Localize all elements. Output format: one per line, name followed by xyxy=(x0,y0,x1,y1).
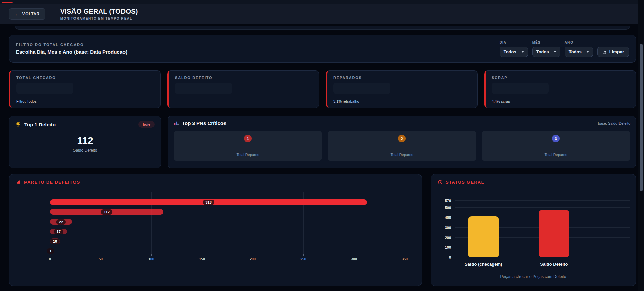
month-filter-group: MÊS Todos xyxy=(532,41,560,57)
chevron-down-icon xyxy=(521,51,524,53)
pareto-bar-row: 1 xyxy=(50,248,405,254)
pareto-tick-mark xyxy=(202,254,202,256)
chevron-down-icon xyxy=(586,51,589,53)
pareto-value-label: 22 xyxy=(56,219,66,225)
loading-progress-bar xyxy=(2,2,13,3)
kpi-card-scrap: SCRAP 4.4% scrap xyxy=(484,70,636,108)
pareto-tick-mark xyxy=(303,254,304,256)
status-title: STATUS GERAL xyxy=(446,180,484,185)
today-badge: hoje xyxy=(138,121,155,128)
back-button[interactable]: ← VOLTAR xyxy=(9,8,45,20)
pareto-bar-row: 313 xyxy=(50,199,405,205)
pareto-tick-mark xyxy=(50,254,50,256)
pareto-title: PARETO DE DEFEITOS xyxy=(24,180,80,185)
top3-title-wrap: Top 3 PNs Críticos xyxy=(174,120,226,126)
top3-base-note: base: Saldo Defeito xyxy=(598,121,630,125)
pareto-chart-card: PARETO DE DEFEITOS 050100150200250300350… xyxy=(9,174,422,286)
pareto-bar-row: 17 xyxy=(50,229,405,234)
month-select[interactable]: Todos xyxy=(532,47,560,57)
kpi-value-skeleton xyxy=(16,83,73,94)
status-title-wrap: STATUS GERAL xyxy=(438,180,629,185)
back-button-label: VOLTAR xyxy=(22,12,40,16)
top1-value-label: Saldo Defeito xyxy=(15,148,155,153)
pareto-tick-mark xyxy=(354,254,354,256)
pareto-value-label: 17 xyxy=(54,229,63,234)
day-select-value: Todos xyxy=(504,49,516,54)
filter-card: FILTRO DO TOTAL CHECADO Escolha Dia, Mes… xyxy=(9,35,636,63)
pareto-gridline xyxy=(405,192,405,254)
clock-gauge-icon xyxy=(438,180,443,185)
kpi-footnote: Filtro: Todos xyxy=(16,99,154,104)
rank-badge: 3 xyxy=(552,135,560,142)
pareto-tick-label: 250 xyxy=(300,257,306,261)
pareto-bar-row: 22 xyxy=(50,219,405,225)
header-divider xyxy=(53,8,53,20)
pareto-bar-row: 10 xyxy=(50,238,405,244)
top1-value: 112 xyxy=(15,135,155,146)
scrollbar-thumb[interactable] xyxy=(640,44,643,191)
chevron-down-icon xyxy=(554,51,556,53)
year-select[interactable]: Todos xyxy=(565,47,593,57)
page-title: VISÃO GERAL (TODOS) xyxy=(60,8,138,15)
pareto-tick-mark xyxy=(151,254,152,256)
pn-card-3[interactable]: 3 Total Reparos xyxy=(482,131,630,161)
status-tick-label: 200 xyxy=(445,236,451,240)
eraser-icon xyxy=(602,50,607,54)
year-filter-group: ANO Todos xyxy=(565,41,593,57)
trophy-icon xyxy=(15,122,21,127)
page-subtitle: MONITORAMENTO EM TEMPO REAL xyxy=(60,17,138,20)
pareto-tick-mark xyxy=(101,254,101,256)
pareto-bar-row: 112 xyxy=(50,209,405,215)
pareto-plot-area: 0501001502002503003503131122217101 xyxy=(50,192,405,254)
filter-controls: DIA Todos MÊS Todos ANO Todos xyxy=(500,41,629,57)
day-filter-label: DIA xyxy=(500,41,528,44)
pareto-tick-label: 50 xyxy=(99,257,103,261)
pareto-title-wrap: PARETO DE DEFEITOS xyxy=(16,180,415,185)
header-title-block: VISÃO GERAL (TODOS) MONITORAMENTO EM TEM… xyxy=(60,8,138,20)
clear-button-label: Limpar xyxy=(609,49,624,54)
kpi-footnote: 4.4% scrap xyxy=(492,99,630,104)
status-tick-label: 400 xyxy=(445,215,451,220)
filter-text-block: FILTRO DO TOTAL CHECADO Escolha Dia, Mes… xyxy=(16,43,127,55)
pn-card-2[interactable]: 2 Total Reparos xyxy=(328,131,476,161)
pn-card-label: Total Reparos xyxy=(545,153,567,157)
bottom-row: PARETO DE DEFEITOS 050100150200250300350… xyxy=(9,174,636,286)
day-select[interactable]: Todos xyxy=(500,47,528,57)
pareto-chart-icon xyxy=(16,180,21,185)
scrollbar-track xyxy=(638,0,644,291)
kpi-card-reparados: REPARADOS 3.1% retrabalho xyxy=(326,70,478,108)
pareto-value-label: 10 xyxy=(50,239,60,244)
back-arrow-icon: ← xyxy=(15,12,19,16)
status-bar xyxy=(539,210,569,257)
pareto-tick-label: 0 xyxy=(49,257,51,261)
pareto-tick-label: 100 xyxy=(148,257,154,261)
kpi-card-total-checado: TOTAL CHECADO Filtro: Todos xyxy=(9,70,161,108)
filter-description: Escolha Dia, Mes e Ano (base: Data Produ… xyxy=(16,49,127,55)
pn-card-label: Total Reparos xyxy=(391,153,413,157)
status-chart-card: STATUS GERAL 0100200300400500570Saldo (c… xyxy=(431,174,636,286)
kpi-value-skeleton xyxy=(333,83,390,94)
pareto-value-label: 112 xyxy=(101,209,112,215)
kpi-title: SCRAP xyxy=(492,76,630,80)
filter-label: FILTRO DO TOTAL CHECADO xyxy=(16,43,127,47)
pn-card-1[interactable]: 1 Total Reparos xyxy=(174,131,322,161)
kpi-footnote: 3.1% retrabalho xyxy=(333,99,471,104)
top1-defeito-card: Top 1 Defeito hoje 112 Saldo Defeito xyxy=(9,116,161,168)
kpi-title: REPARADOS xyxy=(333,76,471,80)
status-category-label: Saldo (checagem) xyxy=(465,262,502,267)
top1-title: Top 1 Defeito xyxy=(24,122,56,127)
app-header: ← VOLTAR VISÃO GERAL (TODOS) MONITORAMEN… xyxy=(0,4,644,24)
year-select-value: Todos xyxy=(569,49,582,54)
status-tick-label: 100 xyxy=(445,245,451,249)
top-loading-strip xyxy=(0,0,644,4)
status-tick-label: 500 xyxy=(445,206,451,210)
scrolled-card-fragment xyxy=(15,26,630,30)
pareto-value-label: 1 xyxy=(47,248,54,254)
top1-title-wrap: Top 1 Defeito xyxy=(15,122,56,127)
top3-header: Top 3 PNs Críticos base: Saldo Defeito xyxy=(174,120,630,126)
kpi-value-skeleton xyxy=(492,83,549,94)
status-caption: Peças a checar e Peças com Defeito xyxy=(431,274,636,279)
status-tick-label: 0 xyxy=(449,255,451,259)
clear-filter-button[interactable]: Limpar xyxy=(597,47,629,57)
status-tick-label: 570 xyxy=(445,199,451,203)
